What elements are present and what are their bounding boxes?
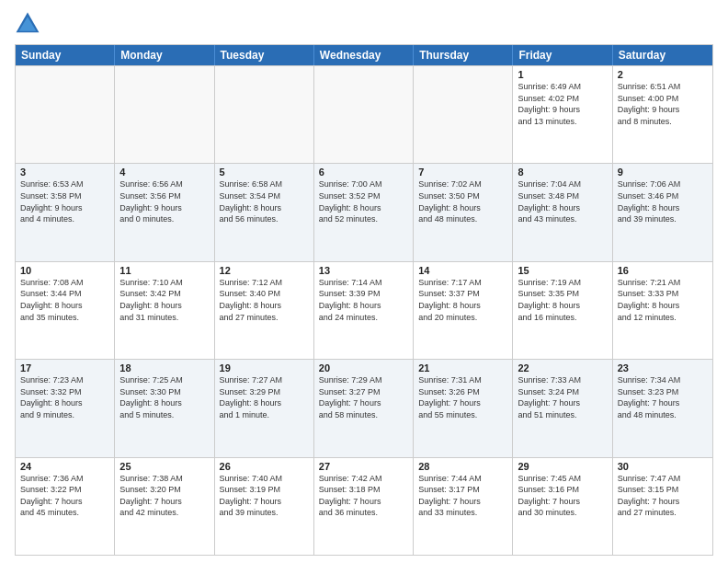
calendar-cell: 17Sunrise: 7:23 AM Sunset: 3:32 PM Dayli…: [16, 360, 115, 456]
calendar-cell: 19Sunrise: 7:27 AM Sunset: 3:29 PM Dayli…: [215, 360, 314, 456]
cell-sun-info: Sunrise: 7:27 AM Sunset: 3:29 PM Dayligh…: [220, 374, 309, 420]
cell-sun-info: Sunrise: 7:34 AM Sunset: 3:23 PM Dayligh…: [618, 374, 708, 420]
cell-sun-info: Sunrise: 7:19 AM Sunset: 3:35 PM Dayligh…: [518, 277, 607, 323]
day-number: 8: [518, 167, 607, 178]
calendar-header-cell: Saturday: [613, 45, 712, 65]
day-number: 29: [518, 461, 607, 472]
calendar-cell: 9Sunrise: 7:06 AM Sunset: 3:46 PM Daylig…: [613, 164, 712, 260]
cell-sun-info: Sunrise: 7:40 AM Sunset: 3:19 PM Dayligh…: [220, 473, 309, 519]
day-number: 1: [518, 69, 607, 80]
calendar-cell: 13Sunrise: 7:14 AM Sunset: 3:39 PM Dayli…: [314, 262, 414, 359]
logo: [15, 11, 44, 37]
calendar-cell: 29Sunrise: 7:45 AM Sunset: 3:16 PM Dayli…: [513, 458, 612, 555]
calendar-header-cell: Monday: [115, 45, 214, 65]
calendar-cell: 23Sunrise: 7:34 AM Sunset: 3:23 PM Dayli…: [613, 360, 712, 456]
day-number: 26: [220, 461, 309, 472]
day-number: 27: [319, 461, 408, 472]
calendar-cell: 18Sunrise: 7:25 AM Sunset: 3:30 PM Dayli…: [115, 360, 214, 456]
day-number: 15: [518, 265, 607, 276]
day-number: 30: [618, 461, 708, 472]
cell-sun-info: Sunrise: 7:21 AM Sunset: 3:33 PM Dayligh…: [618, 277, 708, 323]
day-number: 3: [20, 167, 109, 178]
calendar-cell: 21Sunrise: 7:31 AM Sunset: 3:26 PM Dayli…: [414, 360, 513, 456]
day-number: 10: [20, 265, 109, 276]
cell-sun-info: Sunrise: 7:45 AM Sunset: 3:16 PM Dayligh…: [518, 473, 607, 519]
cell-sun-info: Sunrise: 7:12 AM Sunset: 3:40 PM Dayligh…: [220, 277, 309, 323]
calendar-cell: 3Sunrise: 6:53 AM Sunset: 3:58 PM Daylig…: [16, 164, 115, 260]
calendar-cell: 28Sunrise: 7:44 AM Sunset: 3:17 PM Dayli…: [414, 458, 513, 555]
cell-sun-info: Sunrise: 7:08 AM Sunset: 3:44 PM Dayligh…: [20, 277, 109, 323]
header: [15, 11, 713, 37]
cell-sun-info: Sunrise: 7:33 AM Sunset: 3:24 PM Dayligh…: [518, 374, 607, 420]
cell-sun-info: Sunrise: 7:06 AM Sunset: 3:46 PM Dayligh…: [618, 178, 708, 224]
calendar-row: 24Sunrise: 7:36 AM Sunset: 3:22 PM Dayli…: [16, 457, 712, 555]
calendar-cell: 5Sunrise: 6:58 AM Sunset: 3:54 PM Daylig…: [215, 164, 314, 260]
calendar-cell: 10Sunrise: 7:08 AM Sunset: 3:44 PM Dayli…: [16, 262, 115, 359]
calendar-header-cell: Thursday: [414, 45, 513, 65]
calendar-cell: 27Sunrise: 7:42 AM Sunset: 3:18 PM Dayli…: [314, 458, 414, 555]
cell-sun-info: Sunrise: 7:14 AM Sunset: 3:39 PM Dayligh…: [319, 277, 408, 323]
calendar-header-cell: Wednesday: [314, 45, 414, 65]
calendar-cell: 15Sunrise: 7:19 AM Sunset: 3:35 PM Dayli…: [513, 262, 612, 359]
cell-sun-info: Sunrise: 6:51 AM Sunset: 4:00 PM Dayligh…: [618, 81, 708, 127]
cell-sun-info: Sunrise: 6:49 AM Sunset: 4:02 PM Dayligh…: [518, 81, 607, 127]
day-number: 13: [319, 265, 408, 276]
day-number: 22: [518, 362, 607, 373]
calendar-cell: 25Sunrise: 7:38 AM Sunset: 3:20 PM Dayli…: [115, 458, 214, 555]
page: SundayMondayTuesdayWednesdayThursdayFrid…: [0, 0, 728, 563]
cell-sun-info: Sunrise: 6:58 AM Sunset: 3:54 PM Dayligh…: [220, 178, 309, 224]
cell-sun-info: Sunrise: 7:25 AM Sunset: 3:30 PM Dayligh…: [119, 374, 209, 420]
cell-sun-info: Sunrise: 7:47 AM Sunset: 3:15 PM Dayligh…: [618, 473, 708, 519]
cell-sun-info: Sunrise: 7:04 AM Sunset: 3:48 PM Dayligh…: [518, 178, 607, 224]
day-number: 7: [418, 167, 507, 178]
day-number: 9: [618, 167, 708, 178]
calendar-cell-empty: [115, 66, 214, 163]
calendar-header-cell: Sunday: [16, 45, 115, 65]
calendar-header-cell: Friday: [513, 45, 612, 65]
logo-icon: [15, 11, 40, 37]
day-number: 25: [119, 461, 209, 472]
cell-sun-info: Sunrise: 7:38 AM Sunset: 3:20 PM Dayligh…: [119, 473, 209, 519]
calendar-cell: 22Sunrise: 7:33 AM Sunset: 3:24 PM Dayli…: [513, 360, 612, 456]
calendar-cell: 8Sunrise: 7:04 AM Sunset: 3:48 PM Daylig…: [513, 164, 612, 260]
day-number: 6: [319, 167, 408, 178]
cell-sun-info: Sunrise: 7:00 AM Sunset: 3:52 PM Dayligh…: [319, 178, 408, 224]
cell-sun-info: Sunrise: 7:17 AM Sunset: 3:37 PM Dayligh…: [418, 277, 507, 323]
calendar-row: 10Sunrise: 7:08 AM Sunset: 3:44 PM Dayli…: [16, 261, 712, 359]
cell-sun-info: Sunrise: 7:29 AM Sunset: 3:27 PM Dayligh…: [319, 374, 408, 420]
calendar-cell: 14Sunrise: 7:17 AM Sunset: 3:37 PM Dayli…: [414, 262, 513, 359]
day-number: 17: [20, 362, 109, 373]
calendar-cell-empty: [414, 66, 513, 163]
day-number: 14: [418, 265, 507, 276]
calendar-cell-empty: [215, 66, 314, 163]
calendar-row: 3Sunrise: 6:53 AM Sunset: 3:58 PM Daylig…: [16, 163, 712, 260]
calendar: SundayMondayTuesdayWednesdayThursdayFrid…: [15, 44, 713, 556]
day-number: 4: [119, 167, 209, 178]
calendar-cell: 24Sunrise: 7:36 AM Sunset: 3:22 PM Dayli…: [16, 458, 115, 555]
calendar-body: 1Sunrise: 6:49 AM Sunset: 4:02 PM Daylig…: [16, 65, 712, 555]
day-number: 2: [618, 69, 708, 80]
day-number: 18: [119, 362, 209, 373]
day-number: 28: [418, 461, 507, 472]
calendar-cell-empty: [314, 66, 414, 163]
day-number: 24: [20, 461, 109, 472]
calendar-cell: 30Sunrise: 7:47 AM Sunset: 3:15 PM Dayli…: [613, 458, 712, 555]
day-number: 12: [220, 265, 309, 276]
calendar-cell: 16Sunrise: 7:21 AM Sunset: 3:33 PM Dayli…: [613, 262, 712, 359]
calendar-cell-empty: [16, 66, 115, 163]
calendar-cell: 4Sunrise: 6:56 AM Sunset: 3:56 PM Daylig…: [115, 164, 214, 260]
cell-sun-info: Sunrise: 7:44 AM Sunset: 3:17 PM Dayligh…: [418, 473, 507, 519]
day-number: 21: [418, 362, 507, 373]
calendar-row: 1Sunrise: 6:49 AM Sunset: 4:02 PM Daylig…: [16, 65, 712, 163]
cell-sun-info: Sunrise: 7:02 AM Sunset: 3:50 PM Dayligh…: [418, 178, 507, 224]
calendar-cell: 11Sunrise: 7:10 AM Sunset: 3:42 PM Dayli…: [115, 262, 214, 359]
calendar-header-row: SundayMondayTuesdayWednesdayThursdayFrid…: [16, 45, 712, 65]
calendar-cell: 7Sunrise: 7:02 AM Sunset: 3:50 PM Daylig…: [414, 164, 513, 260]
calendar-header-cell: Tuesday: [215, 45, 314, 65]
day-number: 16: [618, 265, 708, 276]
cell-sun-info: Sunrise: 6:53 AM Sunset: 3:58 PM Dayligh…: [20, 178, 109, 224]
calendar-cell: 2Sunrise: 6:51 AM Sunset: 4:00 PM Daylig…: [613, 66, 712, 163]
cell-sun-info: Sunrise: 7:10 AM Sunset: 3:42 PM Dayligh…: [119, 277, 209, 323]
day-number: 20: [319, 362, 408, 373]
cell-sun-info: Sunrise: 7:31 AM Sunset: 3:26 PM Dayligh…: [418, 374, 507, 420]
